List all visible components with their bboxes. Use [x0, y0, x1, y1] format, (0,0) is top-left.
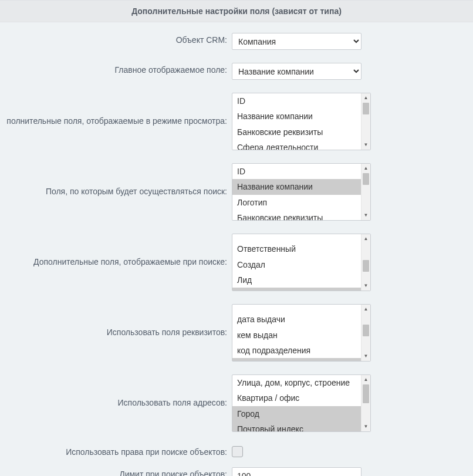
scroll-thumb[interactable] — [363, 173, 369, 185]
multiselect-requisite-fields[interactable]: дата выдачи кем выдан код подразделения … — [232, 304, 371, 362]
list-item[interactable]: Создал — [232, 257, 361, 272]
scroll-down-icon[interactable]: ▼ — [361, 211, 370, 220]
section-title: Дополнительные настройки поля (зависят о… — [131, 6, 342, 16]
scroll-down-icon[interactable]: ▼ — [361, 352, 370, 361]
list-item[interactable]: Ответственный — [232, 241, 361, 256]
row-use-rights: Использовать права при поиске объектов: — [0, 445, 473, 459]
list-item[interactable]: код подразделения — [232, 343, 361, 358]
label-main-display-field: Главное отображаемое поле: — [0, 63, 232, 75]
scrollbar[interactable]: ▲ ▼ — [361, 164, 370, 220]
scroll-down-icon[interactable]: ▼ — [361, 140, 370, 150]
label-view-addl-fields: полнительные поля, отображаемые в режиме… — [0, 93, 232, 126]
row-search-fields: Поля, по которым будет осуществляться по… — [0, 163, 473, 221]
multiselect-view-addl-fields[interactable]: ID Название компании Банковские реквизит… — [232, 93, 371, 150]
row-requisite-fields: Использовать поля реквизитов: дата выдач… — [0, 304, 473, 362]
label-search-addl-fields: Дополнительные поля, отображаемые при по… — [0, 234, 232, 266]
label-use-rights: Использовать права при поиске объектов: — [0, 445, 232, 457]
label-crm-object: Объект CRM: — [0, 33, 232, 45]
scrollbar[interactable]: ▲ ▼ — [361, 375, 370, 431]
checkbox-use-rights[interactable] — [232, 446, 243, 457]
label-address-fields: Использовать поля адресов: — [0, 374, 232, 407]
list-item[interactable]: Сфера деятельности — [232, 140, 361, 150]
list-item[interactable]: ID — [232, 93, 361, 109]
list-item[interactable]: Банковские реквизиты — [232, 210, 361, 220]
list-item[interactable]: Банковские реквизиты — [232, 124, 361, 140]
list-item[interactable]: Название компании — [232, 109, 361, 124]
scroll-thumb[interactable] — [363, 103, 369, 114]
list-item[interactable]: Улица, дом, корпус, строение — [232, 375, 361, 390]
multiselect-search-fields[interactable]: ID Название компании Логотип Банковские … — [232, 163, 371, 221]
scrollbar[interactable]: ▲ ▼ — [361, 93, 370, 150]
scroll-up-icon[interactable]: ▲ — [361, 234, 370, 244]
row-main-display-field: Главное отображаемое поле: Название комп… — [0, 63, 473, 80]
form-area: Объект CRM: Компания Главное отображаемо… — [0, 22, 473, 476]
list-item[interactable]: ID — [232, 164, 361, 179]
scroll-up-icon[interactable]: ▲ — [361, 93, 370, 103]
list-item[interactable]: Город — [232, 406, 361, 421]
input-search-limit[interactable] — [232, 467, 361, 476]
label-requisite-fields: Использовать поля реквизитов: — [0, 304, 232, 337]
list-item[interactable]: Логотип — [232, 195, 361, 210]
scrollbar[interactable]: ▲ ▼ — [361, 234, 370, 291]
scroll-up-icon[interactable]: ▲ — [361, 305, 370, 314]
label-search-fields: Поля, по которым будет осуществляться по… — [0, 163, 232, 196]
row-search-limit: Лимит при поиске объектов: — [0, 467, 473, 476]
scroll-thumb[interactable] — [363, 384, 369, 403]
select-main-display-field[interactable]: Название компании — [232, 63, 361, 80]
scroll-thumb[interactable] — [363, 260, 369, 272]
list-item[interactable]: Квартира / офис — [232, 390, 361, 406]
label-search-limit: Лимит при поиске объектов: — [0, 467, 232, 476]
list-item[interactable]: Название компании — [232, 179, 361, 194]
multiselect-search-addl-fields[interactable]: Ответственный Создал Лид Тип компании ▲ … — [232, 234, 371, 291]
list-item[interactable]: Почтовый индекс — [232, 421, 361, 431]
list-item[interactable]: ИНН — [232, 358, 361, 361]
select-crm-object[interactable]: Компания — [232, 33, 361, 50]
scroll-up-icon[interactable]: ▲ — [361, 164, 370, 173]
scrollbar[interactable]: ▲ ▼ — [361, 305, 370, 361]
scroll-thumb[interactable] — [363, 325, 369, 336]
row-address-fields: Использовать поля адресов: Улица, дом, к… — [0, 374, 473, 432]
row-search-addl-fields: Дополнительные поля, отображаемые при по… — [0, 234, 473, 291]
row-view-addl-fields: полнительные поля, отображаемые в режиме… — [0, 93, 473, 150]
list-item[interactable]: кем выдан — [232, 328, 361, 343]
list-item[interactable]: дата выдачи — [232, 312, 361, 327]
multiselect-address-fields[interactable]: Улица, дом, корпус, строение Квартира / … — [232, 374, 371, 432]
list-item[interactable]: Лид — [232, 272, 361, 288]
scroll-down-icon[interactable]: ▼ — [361, 422, 370, 431]
scroll-down-icon[interactable]: ▼ — [361, 281, 370, 291]
section-header: Дополнительные настройки поля (зависят о… — [0, 0, 473, 22]
list-item[interactable] — [232, 234, 361, 241]
row-crm-object: Объект CRM: Компания — [0, 33, 473, 50]
scroll-up-icon[interactable]: ▲ — [361, 375, 370, 384]
list-item[interactable] — [232, 305, 361, 312]
list-item[interactable]: Тип компании — [232, 288, 361, 291]
